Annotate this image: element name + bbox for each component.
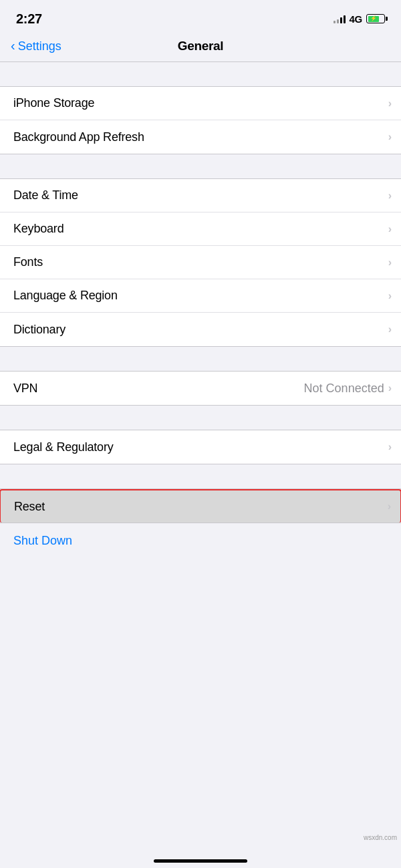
iphone-storage-item[interactable]: iPhone Storage › (0, 87, 401, 120)
shut-down-button[interactable]: Shut Down (13, 534, 72, 547)
spacer-4 (0, 406, 401, 430)
legal-regulatory-label: Legal & Regulatory (13, 440, 114, 454)
language-region-item[interactable]: Language & Region › (0, 279, 401, 313)
background-app-refresh-item[interactable]: Background App Refresh › (0, 120, 401, 154)
chevron-right-icon: › (388, 223, 392, 235)
chevron-right-icon: › (388, 382, 392, 394)
nav-bar: ‹ Settings General (0, 33, 401, 62)
chevron-right-icon: › (388, 441, 392, 453)
vpn-value: Not Connected (304, 382, 384, 396)
back-chevron-icon: ‹ (11, 38, 15, 53)
legal-regulatory-item[interactable]: Legal & Regulatory › (0, 430, 401, 464)
date-time-item[interactable]: Date & Time › (0, 179, 401, 212)
back-label: Settings (18, 39, 61, 53)
vpn-group: VPN Not Connected › (0, 371, 401, 406)
spacer-3 (0, 347, 401, 371)
vpn-label: VPN (13, 382, 37, 396)
battery-icon: ⚡ (366, 14, 385, 23)
page-title: General (178, 39, 224, 53)
bottom-padding (0, 559, 401, 599)
signal-icon (333, 14, 346, 23)
chevron-right-icon: › (388, 257, 392, 269)
legal-group: Legal & Regulatory › (0, 430, 401, 464)
dictionary-item[interactable]: Dictionary › (0, 313, 401, 346)
home-bar (154, 859, 247, 863)
status-bar: 2:27 4G ⚡ (0, 0, 401, 33)
chevron-right-icon: › (388, 98, 392, 110)
reset-group: Reset › (0, 488, 401, 523)
reset-label: Reset (14, 500, 45, 514)
status-icons: 4G ⚡ (333, 13, 385, 25)
storage-group: iPhone Storage › Background App Refresh … (0, 86, 401, 154)
dictionary-label: Dictionary (13, 323, 65, 337)
watermark: wsxdn.com (364, 834, 397, 841)
chevron-right-icon: › (388, 500, 391, 513)
iphone-storage-label: iPhone Storage (13, 96, 94, 110)
back-button[interactable]: ‹ Settings (11, 39, 61, 53)
spacer-1 (0, 62, 401, 86)
status-time: 2:27 (16, 11, 42, 27)
datetime-group: Date & Time › Keyboard › Fonts › Languag… (0, 178, 401, 347)
spacer-5 (0, 464, 401, 488)
chevron-right-icon: › (388, 190, 392, 202)
keyboard-item[interactable]: Keyboard › (0, 212, 401, 246)
language-region-label: Language & Region (13, 289, 118, 303)
chevron-right-icon: › (388, 290, 392, 302)
reset-item[interactable]: Reset › (0, 489, 401, 523)
spacer-2 (0, 154, 401, 178)
chevron-right-icon: › (388, 323, 392, 335)
keyboard-label: Keyboard (13, 222, 63, 236)
background-app-refresh-label: Background App Refresh (13, 130, 144, 144)
fonts-label: Fonts (13, 255, 43, 269)
background-app-refresh-right: › (388, 131, 390, 143)
network-type: 4G (350, 13, 362, 25)
fonts-item[interactable]: Fonts › (0, 246, 401, 279)
iphone-storage-right: › (388, 98, 390, 110)
shut-down-container: Shut Down (0, 523, 401, 559)
home-indicator (0, 851, 401, 868)
chevron-right-icon: › (388, 131, 392, 143)
date-time-label: Date & Time (13, 188, 78, 202)
vpn-item[interactable]: VPN Not Connected › (0, 372, 401, 405)
